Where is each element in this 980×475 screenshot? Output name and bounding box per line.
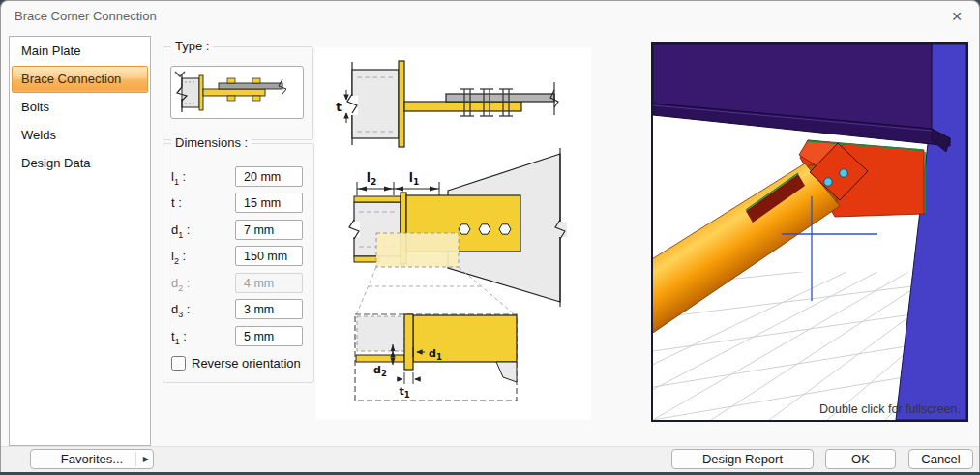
input-d2 [235, 273, 303, 293]
cancel-button[interactable]: Cancel [908, 449, 973, 469]
chevron-down-icon [174, 71, 186, 78]
input-l1[interactable] [235, 166, 303, 187]
ok-label: OK [851, 452, 870, 466]
label-l1: l1 [409, 171, 419, 187]
design-report-label: Design Report [702, 452, 783, 466]
close-button[interactable]: ✕ [944, 5, 969, 28]
3d-scene [653, 44, 966, 420]
3d-viewport[interactable]: Double click for fullscreen. [651, 42, 968, 422]
connection-diagram: t l2 l1 [315, 47, 591, 420]
favorites-arrow-icon: ▶ [135, 452, 149, 466]
label-t1: t1 [399, 385, 409, 400]
connection-type-dropdown[interactable] [170, 66, 304, 119]
beam-3d [653, 44, 950, 152]
fullscreen-hint: Double click for fullscreen. [819, 402, 961, 416]
field-label-t1: t1 : [171, 326, 231, 346]
sidebar-item-design-data[interactable]: Design Data [12, 150, 148, 177]
dimensions-group-legend: Dimensions : [171, 135, 252, 150]
sidebar-item-brace-connection[interactable]: Brace Connection [12, 66, 148, 93]
titlebar: Brace Corner Connection ✕ [1, 1, 979, 32]
reverse-orientation-checkbox[interactable] [171, 356, 186, 371]
favorites-label: Favorites... [61, 452, 123, 466]
field-label-d2: d2 : [171, 273, 231, 293]
field-label-t: t : [171, 193, 231, 213]
input-d3[interactable] [235, 299, 303, 319]
close-icon: ✕ [951, 9, 963, 24]
sidebar-list: Main Plate Brace Connection Bolts Welds … [9, 36, 151, 446]
input-t[interactable] [235, 193, 303, 213]
label-l2: l2 [367, 171, 376, 187]
label-t: t [336, 101, 342, 114]
sidebar-item-main-plate[interactable]: Main Plate [12, 38, 148, 65]
input-t1[interactable] [235, 326, 303, 346]
field-label-l1: l1 : [171, 166, 231, 187]
connection-type-thumbnail [174, 71, 288, 115]
favorites-button[interactable]: Favorites... ▶ [30, 449, 154, 469]
connection-diagram-panel: t l2 l1 [315, 47, 591, 420]
input-d1[interactable] [235, 220, 303, 240]
dialog-title: Brace Corner Connection [15, 1, 157, 32]
brace-corner-connection-dialog: Brace Corner Connection ✕ Main Plate Bra… [0, 0, 980, 472]
field-label-l2: l2 : [171, 246, 231, 266]
bolt-3d [824, 178, 832, 186]
bolt-3d [840, 169, 847, 177]
ok-button[interactable]: OK [825, 449, 896, 469]
reverse-orientation-label: Reverse orientation [192, 356, 301, 371]
label-d2: d2 [373, 364, 387, 378]
sidebar-item-bolts[interactable]: Bolts [12, 94, 148, 121]
sidebar-item-welds[interactable]: Welds [12, 122, 148, 149]
cancel-label: Cancel [921, 452, 960, 466]
field-label-d1: d1 : [171, 220, 231, 240]
type-group-legend: Type : [171, 39, 213, 53]
input-l2[interactable] [235, 246, 303, 266]
design-report-button[interactable]: Design Report [671, 449, 814, 469]
field-label-d3: d3 : [171, 299, 231, 319]
